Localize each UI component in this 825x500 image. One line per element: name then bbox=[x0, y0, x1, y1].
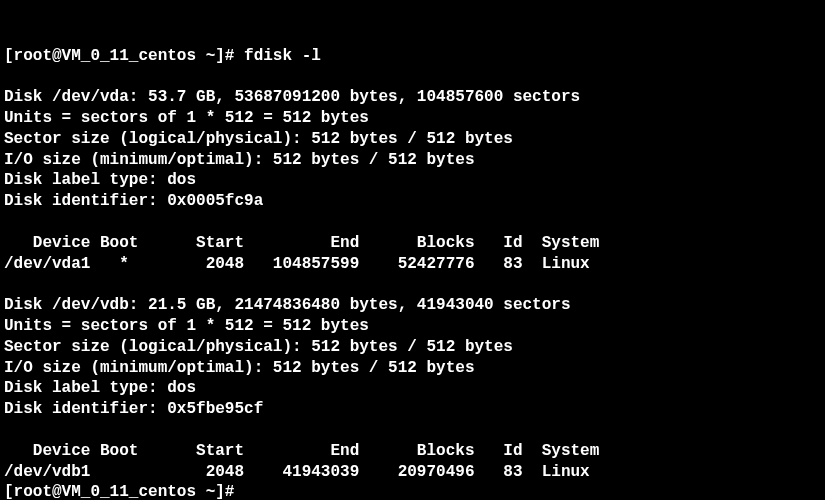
disk2-partition-row: /dev/vdb1 2048 41943039 20970496 83 Linu… bbox=[4, 463, 590, 481]
disk1-partition-row: /dev/vda1 * 2048 104857599 52427776 83 L… bbox=[4, 255, 590, 273]
disk1-sector-size: Sector size (logical/physical): 512 byte… bbox=[4, 130, 513, 148]
disk1-units: Units = sectors of 1 * 512 = 512 bytes bbox=[4, 109, 369, 127]
disk2-identifier: Disk identifier: 0x5fbe95cf bbox=[4, 400, 263, 418]
disk2-label-type: Disk label type: dos bbox=[4, 379, 196, 397]
disk2-header: Disk /dev/vdb: 21.5 GB, 21474836480 byte… bbox=[4, 296, 571, 314]
disk2-units: Units = sectors of 1 * 512 = 512 bytes bbox=[4, 317, 369, 335]
disk2-io-size: I/O size (minimum/optimal): 512 bytes / … bbox=[4, 359, 474, 377]
disk2-table-header: Device Boot Start End Blocks Id System bbox=[4, 442, 599, 460]
shell-prompt[interactable]: [root@VM_0_11_centos ~]# bbox=[4, 483, 244, 500]
disk1-header: Disk /dev/vda: 53.7 GB, 53687091200 byte… bbox=[4, 88, 580, 106]
disk1-table-header: Device Boot Start End Blocks Id System bbox=[4, 234, 599, 252]
disk1-io-size: I/O size (minimum/optimal): 512 bytes / … bbox=[4, 151, 474, 169]
command-input[interactable]: fdisk -l bbox=[244, 47, 321, 65]
disk1-identifier: Disk identifier: 0x0005fc9a bbox=[4, 192, 263, 210]
shell-prompt: [root@VM_0_11_centos ~]# bbox=[4, 47, 244, 65]
disk2-sector-size: Sector size (logical/physical): 512 byte… bbox=[4, 338, 513, 356]
disk1-label-type: Disk label type: dos bbox=[4, 171, 196, 189]
